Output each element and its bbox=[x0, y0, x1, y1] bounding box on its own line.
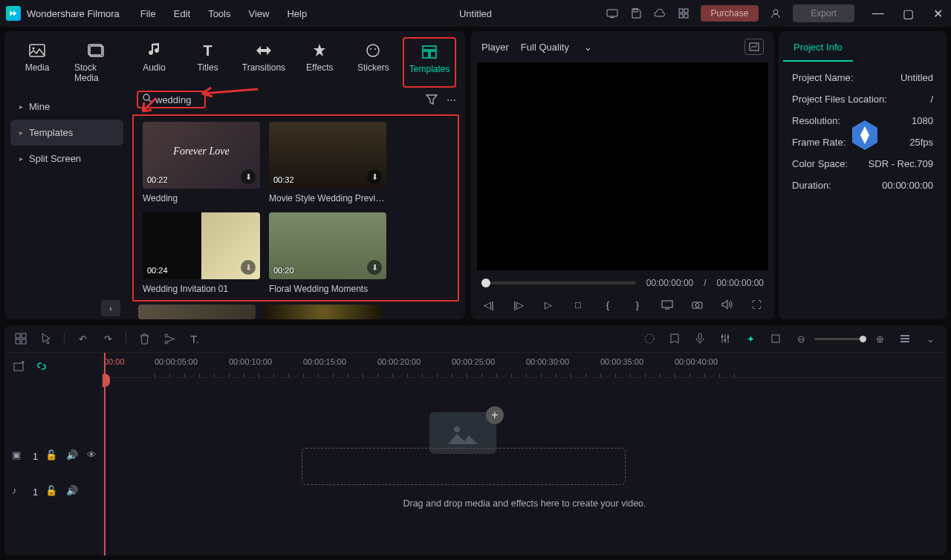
maximize-button[interactable]: ▢ bbox=[900, 7, 915, 21]
prev-frame-button[interactable]: ◁| bbox=[481, 297, 496, 312]
svg-point-31 bbox=[721, 336, 724, 338]
sidebar-collapse-button[interactable]: ‹ bbox=[101, 300, 120, 316]
sidebar-item-split-screen[interactable]: ▸Split Screen bbox=[10, 146, 123, 172]
snapshot-button[interactable] bbox=[744, 39, 764, 55]
template-card[interactable]: 00:24⬇ Wedding Invitation 01 bbox=[143, 212, 260, 294]
svg-rect-24 bbox=[22, 333, 26, 338]
delete-button[interactable] bbox=[137, 331, 152, 346]
menu-view[interactable]: View bbox=[248, 8, 269, 19]
select-tool-icon[interactable] bbox=[39, 331, 53, 346]
library-sidebar: ▸Mine ▸Templates ▸Split Screen bbox=[4, 88, 129, 319]
download-icon[interactable]: ⬇ bbox=[241, 260, 256, 275]
marker-icon[interactable] bbox=[667, 331, 682, 346]
drop-zone[interactable] bbox=[302, 448, 626, 485]
tab-templates[interactable]: Templates bbox=[403, 37, 456, 88]
mark-in-button[interactable]: { bbox=[600, 297, 615, 312]
play-button[interactable]: ▷ bbox=[541, 297, 556, 312]
ruler-tick: 00:00:35:00 bbox=[600, 357, 643, 366]
download-icon[interactable]: ⬇ bbox=[367, 169, 382, 184]
mark-out-button[interactable]: } bbox=[630, 297, 645, 312]
tab-transitions[interactable]: Transitions bbox=[238, 37, 291, 88]
chevron-down-icon[interactable]: ⌄ bbox=[923, 331, 938, 346]
seek-bar[interactable] bbox=[481, 281, 636, 284]
sidebar-item-mine[interactable]: ▸Mine bbox=[10, 94, 123, 120]
zoom-slider[interactable] bbox=[814, 338, 866, 340]
audio-mixer-icon[interactable] bbox=[718, 331, 733, 346]
tab-stock-media[interactable]: Stock Media bbox=[67, 37, 125, 88]
purchase-button[interactable]: Purchase bbox=[701, 5, 759, 22]
fullscreen-button[interactable]: ⛶ bbox=[749, 297, 764, 312]
timeline-view-icon[interactable] bbox=[898, 331, 912, 346]
inspector-panel: Project Info Project Name:Untitled Proje… bbox=[779, 31, 947, 319]
tab-effects[interactable]: Effects bbox=[296, 37, 343, 88]
mic-icon[interactable] bbox=[692, 331, 707, 346]
template-card[interactable]: 00:32⬇ Movie Style Wedding Preview bbox=[269, 122, 386, 204]
download-icon[interactable]: ⬇ bbox=[367, 260, 382, 275]
layout-icon[interactable] bbox=[13, 331, 28, 346]
sidebar-item-templates[interactable]: ▸Templates bbox=[10, 120, 123, 146]
svg-point-28 bbox=[165, 341, 168, 344]
player-viewport[interactable] bbox=[477, 62, 768, 270]
menu-edit[interactable]: Edit bbox=[174, 8, 190, 19]
more-icon[interactable]: ⋯ bbox=[444, 93, 458, 106]
template-thumbnail-partial[interactable] bbox=[138, 305, 256, 319]
add-track-button[interactable] bbox=[12, 359, 27, 374]
ruler-tick: 00:00:05:00 bbox=[155, 357, 198, 366]
info-value: 00:00:00:00 bbox=[882, 180, 933, 191]
apps-icon[interactable] bbox=[677, 7, 690, 20]
link-tracks-icon[interactable] bbox=[34, 359, 49, 374]
minimize-button[interactable]: — bbox=[871, 7, 886, 21]
quality-selector[interactable]: Full Quality⌄ bbox=[521, 42, 592, 53]
undo-button[interactable]: ↶ bbox=[75, 331, 90, 346]
template-card[interactable]: 00:22⬇ Wedding bbox=[143, 122, 260, 204]
menu-file[interactable]: File bbox=[140, 8, 156, 19]
export-button[interactable]: Export bbox=[793, 4, 854, 22]
timeline-tracks[interactable]: 00:00 00:00:05:0000:00:10:0000:00:15:000… bbox=[103, 353, 947, 556]
crop-icon[interactable] bbox=[768, 331, 783, 346]
zoom-in-button[interactable]: ⊕ bbox=[872, 331, 887, 346]
redo-button[interactable]: ↷ bbox=[100, 331, 115, 346]
text-tool-icon[interactable]: T. bbox=[187, 331, 202, 346]
template-thumbnail-partial[interactable] bbox=[264, 305, 382, 319]
save-icon[interactable] bbox=[629, 7, 643, 20]
svg-rect-4 bbox=[684, 9, 688, 13]
svg-rect-30 bbox=[698, 333, 701, 339]
search-box[interactable] bbox=[137, 91, 206, 108]
device-icon[interactable] bbox=[606, 7, 619, 20]
tab-titles[interactable]: TTitles bbox=[184, 37, 232, 88]
mute-icon[interactable]: 🔊 bbox=[66, 485, 79, 498]
ai-icon[interactable] bbox=[642, 331, 657, 346]
beat-detect-icon[interactable]: ✦ bbox=[743, 331, 758, 346]
timeline-panel: ↶ ↷ T. ✦ ⊖ ⊕ ⌄ ▣1 🔓 🔊 bbox=[4, 325, 947, 556]
close-button[interactable]: ✕ bbox=[930, 7, 945, 21]
menu-help[interactable]: Help bbox=[287, 8, 307, 19]
menu-tools[interactable]: Tools bbox=[208, 8, 230, 19]
split-button[interactable] bbox=[162, 331, 177, 346]
display-button[interactable] bbox=[660, 297, 675, 312]
assistant-badge-icon[interactable] bbox=[848, 119, 881, 152]
ruler-tick: 00:00:25:00 bbox=[452, 357, 495, 366]
tab-media[interactable]: Media bbox=[13, 37, 61, 88]
timeline-ruler[interactable]: 00:00 00:00:05:0000:00:10:0000:00:15:000… bbox=[103, 353, 947, 378]
playhead[interactable] bbox=[104, 353, 106, 556]
search-input[interactable] bbox=[155, 94, 200, 105]
visibility-icon[interactable]: 👁 bbox=[87, 449, 100, 463]
mute-icon[interactable]: 🔊 bbox=[66, 449, 79, 463]
tab-stickers[interactable]: Stickers bbox=[349, 37, 397, 88]
svg-rect-38 bbox=[14, 363, 23, 371]
zoom-out-button[interactable]: ⊖ bbox=[793, 331, 808, 346]
tab-project-info[interactable]: Project Info bbox=[783, 34, 853, 62]
camera-button[interactable] bbox=[689, 297, 704, 312]
lock-icon[interactable]: 🔓 bbox=[45, 449, 59, 463]
account-icon[interactable] bbox=[769, 7, 782, 20]
tab-audio[interactable]: Audio bbox=[131, 37, 178, 88]
filter-icon[interactable] bbox=[425, 93, 438, 106]
add-media-button[interactable]: + bbox=[486, 406, 504, 424]
cloud-icon[interactable] bbox=[653, 7, 666, 20]
lock-icon[interactable]: 🔓 bbox=[45, 485, 59, 498]
volume-button[interactable] bbox=[719, 297, 734, 312]
next-frame-button[interactable]: |▷ bbox=[511, 297, 526, 312]
stop-button[interactable]: □ bbox=[571, 297, 585, 312]
template-card[interactable]: 00:20⬇ Floral Wedding Moments bbox=[269, 212, 386, 294]
download-icon[interactable]: ⬇ bbox=[241, 169, 256, 184]
